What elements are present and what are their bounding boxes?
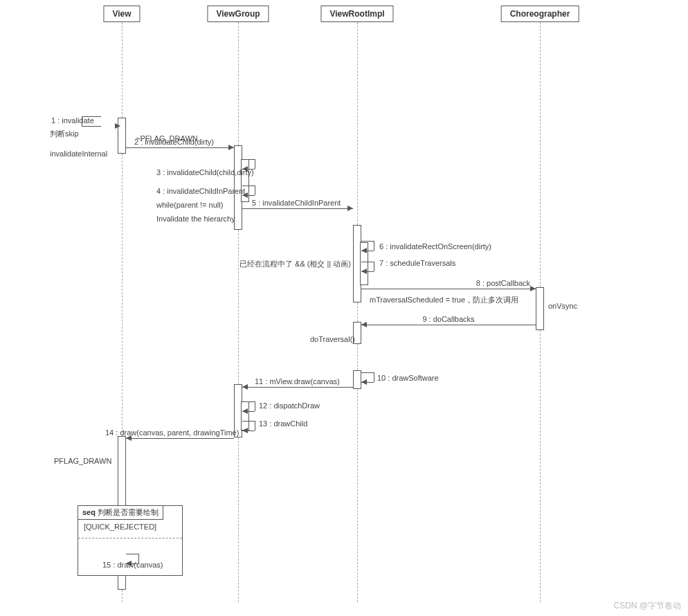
fragment-guard: [QUICK_REJECTED] — [84, 523, 156, 531]
msg-9-docallbacks: 9 : doCallbacks — [361, 324, 536, 325]
note-invalidate-internal: invalidateInternal — [50, 150, 107, 158]
msg-8-postcallback: 8 : postCallback — [361, 288, 536, 289]
label-msg-12: 12 : dispatchDraw — [259, 401, 320, 410]
label-msg-3: 3 : invalidateChild(child,dirty) — [156, 168, 254, 176]
activation-viewgroup-2b — [241, 401, 249, 431]
label-msg-13: 13 : drawChild — [259, 419, 307, 428]
note-onvsync: onVsync — [548, 302, 577, 310]
label-msg-15: 15 : draw(canvas) — [102, 561, 163, 569]
note-mtraversal-scheduled: mTraversalScheduled = true，防止多次调用 — [370, 295, 518, 305]
participant-viewgroup: ViewGroup — [207, 6, 269, 22]
participant-viewrootimpl: ViewRootImpl — [320, 6, 393, 22]
note-in-flow: 已经在流程中了 && (相交 || 动画) — [239, 259, 351, 269]
participant-view: View — [103, 6, 140, 22]
msg-11-mview-draw: 11 : mView.draw(canvas) — [242, 386, 353, 387]
note-pflag-drawn: PFLAG_DRAWN — [54, 457, 111, 465]
activation-viewroot-3 — [353, 370, 361, 389]
msg-5-invalidatechildinparent: 5 : invalidateChildInParent — [242, 208, 353, 208]
lifeline-viewrootimpl — [357, 22, 358, 602]
label-msg-4: 4 : invalidateChildInParent — [156, 187, 245, 195]
activation-choreo-1 — [536, 287, 544, 330]
note-while-loop: while(parent != null) — [156, 201, 223, 209]
msg-14-draw: 14 : draw(canvas, parent, drawingTime) — [126, 437, 234, 438]
note-invalidate-hierarchy: Invalidate the hierarchy — [156, 215, 235, 223]
note-skip: 判断skip — [50, 129, 79, 139]
label-msg-1: 1 : invalidate — [51, 116, 94, 125]
label-msg-10: 10 : drawSoftware — [377, 374, 439, 382]
watermark: CSDN @字节卷动 — [613, 600, 681, 612]
label-msg-7: 7 : scheduleTraversals — [379, 259, 455, 267]
participant-choreographer: Choreographer — [501, 6, 579, 22]
lifeline-viewgroup — [238, 22, 239, 602]
msg-2-invalidatechild: 2 : invalidateChild(dirty) — [126, 147, 234, 147]
label-msg-6: 6 : invalidateRectOnScreen(dirty) — [379, 242, 491, 251]
note-dotraversal: doTraversal() — [310, 335, 355, 343]
